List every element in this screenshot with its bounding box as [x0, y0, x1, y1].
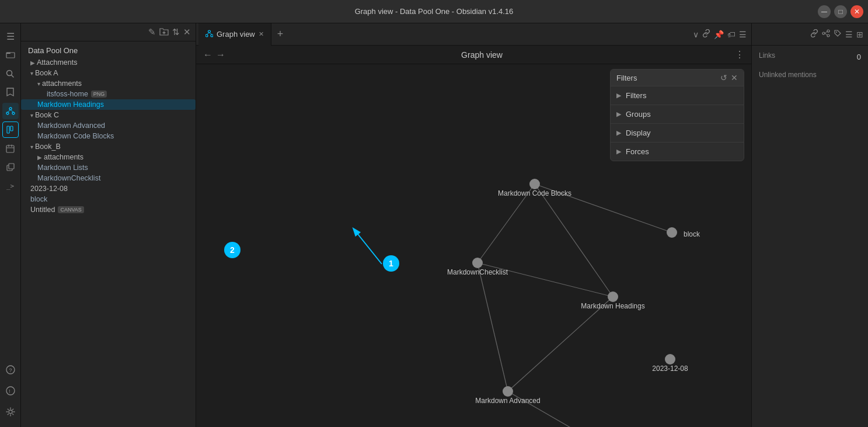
svg-line-3 — [12, 75, 14, 77]
forward-button[interactable]: → — [216, 50, 225, 60]
svg-point-6 — [12, 112, 15, 114]
linked-view-icon[interactable] — [702, 29, 710, 39]
svg-point-4 — [9, 107, 12, 110]
window-title: Graph view - Data Pool One - Obsidian v1… — [355, 7, 514, 16]
filter-panel-actions: ↺ ✕ — [720, 73, 738, 82]
chevron-down-icon: ▾ — [37, 81, 40, 87]
node-block[interactable] — [667, 227, 677, 238]
book-b-folder[interactable]: ▾ Book_B — [21, 141, 196, 152]
groups-chevron-icon: ▶ — [616, 110, 621, 118]
help-circle-icon[interactable]: ? — [2, 362, 19, 378]
svg-line-49 — [825, 33, 827, 35]
markdown-checklist-file[interactable]: MarkdownChecklist — [21, 173, 196, 183]
groups-panel-item[interactable]: ▶ Groups — [611, 105, 744, 124]
filters-chevron-icon: ▶ — [616, 92, 621, 99]
right-toggle-icon[interactable]: ⊞ — [856, 30, 863, 39]
filters-panel-item[interactable]: ▶ Filters — [611, 86, 744, 105]
right-link-icon-1[interactable] — [810, 29, 818, 39]
graph-view-tab[interactable]: Graph view ✕ — [198, 23, 271, 46]
folder-open-icon[interactable] — [2, 47, 19, 63]
sort-icon[interactable]: ⇅ — [172, 27, 180, 37]
graph-tab-icon — [205, 30, 213, 39]
book-c-folder[interactable]: ▾ Book C — [21, 110, 196, 120]
node-markdown-advanced[interactable] — [503, 386, 513, 397]
block-file[interactable]: block — [21, 194, 196, 204]
forces-label: Forces — [626, 147, 649, 156]
right-more-icon[interactable]: ☰ — [845, 30, 853, 39]
svg-line-34 — [508, 297, 613, 391]
svg-point-21 — [9, 410, 12, 414]
collapse-icon[interactable]: ✕ — [183, 27, 191, 37]
kanban-icon[interactable] — [2, 121, 19, 138]
date-file[interactable]: 2023-12-08 — [21, 183, 196, 194]
svg-line-48 — [825, 32, 827, 33]
graph-canvas[interactable]: Markdown Code Blocks block MarkdownCheck… — [196, 64, 751, 427]
svg-point-5 — [6, 112, 9, 114]
attachments-root-folder[interactable]: ▶ Attachments — [21, 57, 196, 68]
node-markdown-headings[interactable] — [608, 291, 618, 302]
right-panel-content: Links 0 Unlinked mentions — [752, 46, 868, 92]
new-tab-button[interactable]: + — [271, 28, 290, 40]
forces-panel-item[interactable]: ▶ Forces — [611, 143, 744, 161]
right-tag-icon[interactable] — [834, 29, 842, 39]
sidebar-toggle-icon[interactable]: ☰ — [2, 28, 19, 44]
book-a-folder[interactable]: ▾ Book A — [21, 68, 196, 78]
links-label: Links — [759, 51, 775, 60]
svg-point-45 — [822, 32, 825, 34]
terminal-icon[interactable]: _> — [2, 178, 19, 194]
markdown-headings-file[interactable]: Markdown Headings — [21, 99, 196, 110]
bookmark-icon[interactable] — [2, 84, 19, 100]
pin-icon[interactable]: 📌 — [714, 30, 724, 39]
svg-text:Markdown Headings: Markdown Headings — [581, 302, 644, 310]
settings-icon[interactable] — [2, 404, 19, 420]
node-markdown-code-blocks[interactable] — [529, 179, 540, 189]
copy-icon[interactable] — [2, 159, 19, 175]
search-icon[interactable] — [2, 65, 19, 82]
graph-toolbar: ← → Graph view ⋮ — [196, 46, 751, 64]
svg-text:Markdown Advanced: Markdown Advanced — [475, 397, 540, 405]
svg-rect-11 — [6, 145, 14, 152]
close-button[interactable]: ✕ — [850, 5, 863, 18]
sidebar-toolbar: ✎ ⇅ ✕ — [21, 23, 196, 41]
annotation-2: 2 — [224, 242, 240, 258]
svg-rect-9 — [7, 126, 9, 133]
maximize-button[interactable]: □ — [834, 5, 847, 18]
calendar-icon[interactable] — [2, 140, 19, 157]
svg-rect-10 — [11, 126, 13, 131]
tab-dropdown-icon[interactable]: ∨ — [693, 30, 699, 39]
annotation-1: 1 — [383, 255, 399, 272]
back-button[interactable]: ← — [203, 50, 212, 60]
tag-icon[interactable]: 🏷 — [727, 30, 735, 39]
unlinked-mentions-label: Unlinked mentions — [759, 71, 817, 79]
window-controls: ─ □ ✕ — [818, 5, 863, 18]
right-link-icon-2[interactable] — [822, 29, 830, 39]
title-bar: Graph view - Data Pool One - Obsidian v1… — [0, 0, 868, 23]
tab-bar: Graph view ✕ + ∨ 📌 🏷 ☰ — [196, 23, 751, 46]
question-icon[interactable]: ! — [2, 383, 19, 399]
markdown-advanced-file[interactable]: Markdown Advanced — [21, 120, 196, 131]
filter-close-icon[interactable]: ✕ — [731, 73, 738, 82]
markdown-code-blocks-file[interactable]: Markdown Code Blocks — [21, 131, 196, 141]
tab-close-icon[interactable]: ✕ — [259, 30, 264, 38]
graph-icon[interactable] — [2, 103, 19, 119]
book-a-attachments-folder[interactable]: ▾ attachments — [21, 78, 196, 89]
svg-line-7 — [8, 110, 11, 112]
untitled-canvas-file[interactable]: Untitled CANVAS — [21, 204, 196, 215]
graph-view-tab-label: Graph view — [217, 30, 255, 39]
graph-more-icon[interactable]: ⋮ — [735, 49, 744, 60]
right-panel: ☰ ⊞ Links 0 Unlinked mentions — [751, 23, 868, 427]
file-sidebar: ✎ ⇅ ✕ Data Pool One ▶ Attachments — [21, 23, 196, 427]
itsfoss-home-file[interactable]: itsfoss-home PNG — [21, 89, 196, 99]
node-markdown-checklist[interactable] — [472, 258, 483, 268]
book-b-attachments-folder[interactable]: ▶ attachments — [21, 152, 196, 162]
node-date[interactable] — [665, 354, 675, 364]
new-folder-icon[interactable] — [159, 27, 169, 37]
display-panel-item[interactable]: ▶ Display — [611, 124, 744, 143]
minimize-button[interactable]: ─ — [818, 5, 831, 18]
filter-reset-icon[interactable]: ↺ — [720, 73, 727, 82]
new-file-icon[interactable]: ✎ — [148, 27, 156, 37]
more-options-icon[interactable]: ☰ — [739, 30, 747, 39]
app-layout: ☰ — [0, 23, 868, 427]
markdown-lists-file[interactable]: Markdown Lists — [21, 162, 196, 173]
svg-point-46 — [827, 30, 829, 32]
